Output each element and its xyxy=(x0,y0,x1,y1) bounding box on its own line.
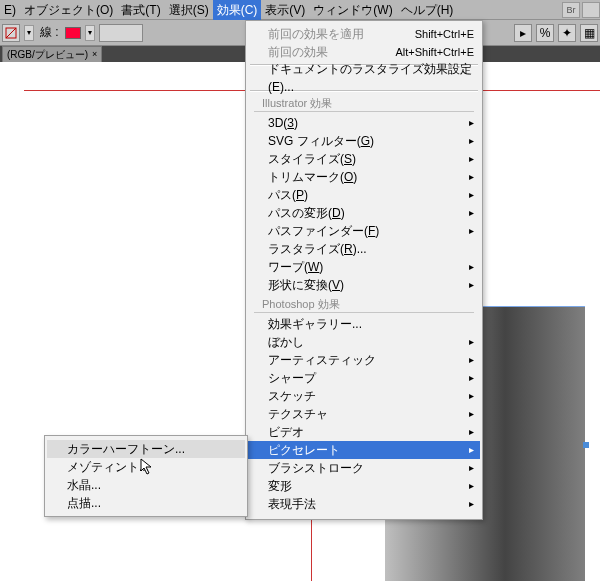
menubar-item[interactable]: 書式(T) xyxy=(117,0,164,20)
no-selection-icon[interactable] xyxy=(2,24,20,42)
menubar-item[interactable]: 表示(V) xyxy=(261,0,309,20)
stroke-swatch[interactable] xyxy=(65,27,81,39)
menu-item[interactable]: テクスチャ▸ xyxy=(248,405,480,423)
submenu-arrow-icon: ▸ xyxy=(469,333,474,351)
submenu-arrow-icon: ▸ xyxy=(469,477,474,495)
menu-item[interactable]: パスの変形(D)▸ xyxy=(248,204,480,222)
menu-section-photoshop: Photoshop 効果 xyxy=(254,296,474,313)
menu-item[interactable]: ワープ(W)▸ xyxy=(248,258,480,276)
submenu-arrow-icon: ▸ xyxy=(469,387,474,405)
menu-item[interactable]: パスファインダー(F)▸ xyxy=(248,222,480,240)
stroke-weight-field[interactable] xyxy=(99,24,143,42)
submenu-arrow-icon: ▸ xyxy=(469,351,474,369)
svg-line-1 xyxy=(6,28,16,38)
menu-item[interactable]: 3D(3)▸ xyxy=(248,114,480,132)
menubar-item[interactable]: ヘルプ(H) xyxy=(397,0,458,20)
submenu-arrow-icon: ▸ xyxy=(469,132,474,150)
stroke-label: 線 : xyxy=(38,24,61,41)
close-icon[interactable]: × xyxy=(92,48,97,61)
menu-item[interactable]: 変形▸ xyxy=(248,477,480,495)
menubar-item[interactable]: E) xyxy=(0,0,20,20)
submenu-arrow-icon: ▸ xyxy=(469,222,474,240)
submenu-arrow-icon: ▸ xyxy=(469,114,474,132)
submenu-arrow-icon: ▸ xyxy=(469,369,474,387)
menu-item[interactable]: パス(P)▸ xyxy=(248,186,480,204)
menu-item[interactable]: 効果ギャラリー... xyxy=(248,315,480,333)
menu-item[interactable]: スタイライズ(S)▸ xyxy=(248,150,480,168)
submenu-arrow-icon: ▸ xyxy=(469,405,474,423)
toolbar-icon[interactable]: ✦ xyxy=(558,24,576,42)
submenu-arrow-icon: ▸ xyxy=(469,258,474,276)
toolbar-icon[interactable]: ▦ xyxy=(580,24,598,42)
document-tab-label: (RGB/プレビュー) xyxy=(7,48,88,61)
selection-handle[interactable] xyxy=(583,442,589,448)
menubar: E)オブジェクト(O)書式(T)選択(S)効果(C)表示(V)ウィンドウ(W)ヘ… xyxy=(0,0,600,20)
submenu-arrow-icon: ▸ xyxy=(469,276,474,294)
submenu-item[interactable]: メゾティント... xyxy=(47,458,245,476)
submenu-arrow-icon: ▸ xyxy=(469,186,474,204)
menu-item[interactable]: 表現手法▸ xyxy=(248,495,480,513)
bridge-button[interactable]: Br xyxy=(562,2,580,18)
submenu-arrow-icon: ▸ xyxy=(469,441,474,459)
submenu-arrow-icon: ▸ xyxy=(469,495,474,513)
submenu-arrow-icon: ▸ xyxy=(469,150,474,168)
menubar-item[interactable]: 選択(S) xyxy=(165,0,213,20)
toolbar-icon[interactable]: ▸ xyxy=(514,24,532,42)
submenu-item[interactable]: カラーハーフトーン... xyxy=(47,440,245,458)
menubar-item[interactable]: ウィンドウ(W) xyxy=(309,0,396,20)
stroke-dropdown[interactable]: ▾ xyxy=(85,25,95,41)
submenu-arrow-icon: ▸ xyxy=(469,204,474,222)
menu-item[interactable]: アーティスティック▸ xyxy=(248,351,480,369)
menu-rasterize-settings[interactable]: ドキュメントのラスタライズ効果設定(E)... xyxy=(248,69,480,87)
menu-item[interactable]: スケッチ▸ xyxy=(248,387,480,405)
toolbar-icon[interactable]: % xyxy=(536,24,554,42)
menu-section-illustrator: Illustrator 効果 xyxy=(254,95,474,112)
document-tab[interactable]: (RGB/プレビュー) × xyxy=(2,46,102,62)
menu-item[interactable]: トリムマーク(O)▸ xyxy=(248,168,480,186)
submenu-item[interactable]: 点描... xyxy=(47,494,245,512)
menubar-item[interactable]: 効果(C) xyxy=(213,0,262,20)
submenu-item[interactable]: 水晶... xyxy=(47,476,245,494)
fill-dropdown[interactable]: ▾ xyxy=(24,25,34,41)
menu-item-pixelate[interactable]: ピクセレート▸ xyxy=(248,441,480,459)
menubar-icon-button[interactable] xyxy=(582,2,600,18)
menu-item[interactable]: ビデオ▸ xyxy=(248,423,480,441)
submenu-arrow-icon: ▸ xyxy=(469,459,474,477)
menu-item[interactable]: SVG フィルター(G)▸ xyxy=(248,132,480,150)
menu-item[interactable]: ラスタライズ(R)... xyxy=(248,240,480,258)
menu-last-effect: 前回の効果 Alt+Shift+Ctrl+E xyxy=(248,43,480,61)
menubar-item[interactable]: オブジェクト(O) xyxy=(20,0,117,20)
menu-item[interactable]: 形状に変換(V)▸ xyxy=(248,276,480,294)
menu-apply-last-effect: 前回の効果を適用 Shift+Ctrl+E xyxy=(248,25,480,43)
submenu-arrow-icon: ▸ xyxy=(469,168,474,186)
submenu-arrow-icon: ▸ xyxy=(469,423,474,441)
pixelate-submenu: カラーハーフトーン...メゾティント...水晶...点描... xyxy=(44,435,248,517)
menu-item[interactable]: シャープ▸ xyxy=(248,369,480,387)
menu-item[interactable]: ぼかし▸ xyxy=(248,333,480,351)
menu-item[interactable]: ブラシストローク▸ xyxy=(248,459,480,477)
effect-menu: 前回の効果を適用 Shift+Ctrl+E 前回の効果 Alt+Shift+Ct… xyxy=(245,20,483,520)
